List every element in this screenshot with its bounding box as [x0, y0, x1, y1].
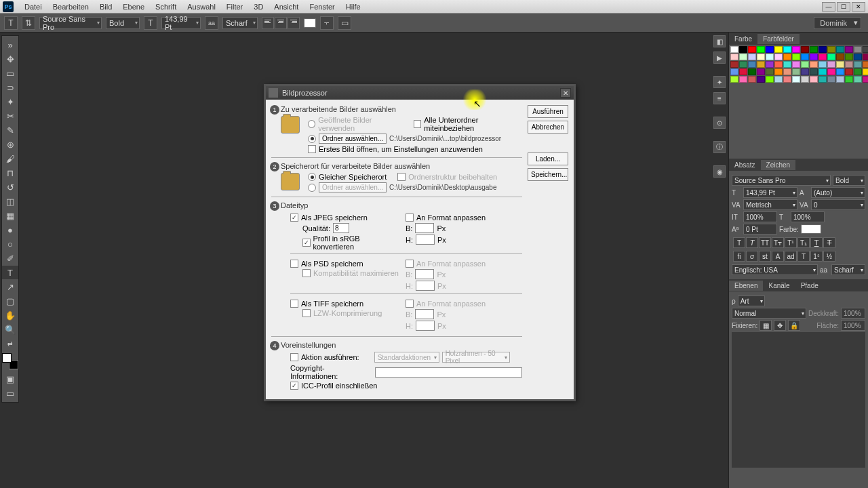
panel-icon-6[interactable]: ⓘ	[713, 141, 726, 153]
swatch[interactable]	[783, 68, 791, 75]
swatch[interactable]	[863, 76, 868, 83]
char-weight-select[interactable]: Bold	[833, 175, 865, 186]
lock-pixels[interactable]: ▦	[760, 320, 772, 331]
pen-tool[interactable]: ✐	[2, 251, 18, 265]
swatch[interactable]	[845, 76, 853, 83]
swatch[interactable]	[836, 76, 844, 83]
dodge-tool[interactable]: ○	[2, 237, 18, 251]
swatch[interactable]	[748, 61, 756, 68]
swatch[interactable]	[730, 68, 738, 75]
tab-swatches[interactable]: Farbfelder	[757, 34, 800, 44]
brush-tool[interactable]: 🖌	[2, 152, 18, 165]
panel-icon-1[interactable]: ◧	[713, 35, 726, 47]
select-dest-radio[interactable]	[308, 184, 316, 192]
orientation-icon[interactable]: ⇅	[22, 16, 35, 30]
swatch[interactable]	[730, 54, 738, 60]
include-sub-check[interactable]	[414, 120, 421, 128]
swatch[interactable]	[783, 61, 791, 68]
swatch[interactable]	[827, 54, 835, 60]
swatch[interactable]	[757, 76, 765, 83]
swatch[interactable]	[810, 54, 818, 60]
swatch[interactable]	[854, 68, 862, 75]
collapse-icon[interactable]: »	[2, 38, 18, 52]
save-tiff-check[interactable]	[290, 300, 298, 308]
keep-struct-check[interactable]	[397, 173, 406, 181]
char-hscale-input[interactable]: 100%	[791, 211, 825, 222]
char-lang-select[interactable]: Englisch: USA	[732, 264, 818, 275]
swatch[interactable]	[810, 46, 818, 53]
align-right-button[interactable]	[288, 17, 300, 29]
swatch[interactable]	[757, 68, 765, 75]
menu-datei[interactable]: Datei	[19, 1, 47, 12]
swatch[interactable]	[836, 54, 844, 60]
opentype-ad[interactable]: ad	[785, 251, 797, 262]
crop-tool[interactable]: ✂	[2, 109, 18, 123]
select-folder-button-1[interactable]: Ordner auswählen...	[319, 134, 387, 144]
swatch[interactable]	[827, 46, 835, 53]
swatch[interactable]	[766, 46, 774, 53]
swatch[interactable]	[757, 61, 765, 68]
quality-input[interactable]	[333, 223, 349, 233]
menu-filter[interactable]: Filter	[221, 1, 248, 12]
swatch[interactable]	[801, 54, 809, 60]
swatch[interactable]	[801, 68, 809, 75]
swatch[interactable]	[739, 76, 747, 83]
opentype-1st[interactable]: 1ˢ	[810, 251, 823, 262]
swatch[interactable]	[748, 76, 756, 83]
lzw-check[interactable]	[302, 309, 311, 317]
select-folder-radio[interactable]	[308, 135, 316, 143]
action-select[interactable]: Holzrahmen - 50 Pixel	[442, 352, 510, 363]
char-leading-select[interactable]: (Auto)	[811, 187, 865, 198]
swatch[interactable]	[818, 54, 827, 60]
panel-icon-7[interactable]: ◉	[713, 165, 726, 178]
swatch[interactable]	[863, 54, 868, 60]
smallcaps-btn[interactable]: Tᴛ	[772, 237, 784, 248]
warp-text-icon[interactable]: ⫟	[320, 16, 334, 30]
swatch[interactable]	[774, 54, 783, 60]
swatch[interactable]	[757, 54, 765, 60]
workspace-select[interactable]: Dominik	[814, 17, 861, 29]
cancel-button[interactable]: Abbrechen	[528, 121, 568, 134]
align-left-button[interactable]	[262, 17, 274, 29]
swatch[interactable]	[818, 46, 827, 53]
swatch[interactable]	[818, 61, 827, 68]
swatch[interactable]	[774, 68, 783, 75]
swatch[interactable]	[827, 68, 835, 75]
swatch[interactable]	[730, 46, 738, 53]
dialog-close-button[interactable]: ✕	[560, 88, 571, 98]
swatch[interactable]	[783, 76, 791, 83]
char-kerning-select[interactable]: Metrisch	[743, 199, 797, 210]
swatch[interactable]	[739, 54, 747, 60]
swatch[interactable]	[792, 61, 800, 68]
char-baseline-input[interactable]: 0 Pt	[743, 224, 777, 235]
opentype-st[interactable]: st	[759, 251, 771, 262]
swatch[interactable]	[783, 54, 791, 60]
swatch[interactable]	[827, 61, 835, 68]
swatch[interactable]	[854, 46, 862, 53]
swatch[interactable]	[748, 68, 756, 75]
antialias-select[interactable]: Scharf	[222, 17, 258, 29]
char-vscale-input[interactable]: 100%	[743, 211, 777, 222]
swatch[interactable]	[836, 68, 844, 75]
swatch[interactable]	[845, 68, 853, 75]
font-size-select[interactable]: 143,99 Pt	[161, 17, 201, 29]
swatch[interactable]	[792, 76, 800, 83]
run-button[interactable]: Ausführen	[528, 105, 568, 118]
opentype-sigma[interactable]: σ	[746, 251, 758, 262]
swatch[interactable]	[748, 46, 756, 53]
opentype-fi[interactable]: fi	[733, 251, 745, 262]
menu-fenster[interactable]: Fenster	[304, 1, 340, 12]
copyright-input[interactable]	[375, 367, 522, 378]
menu-bild[interactable]: Bild	[94, 1, 117, 12]
menu-3d[interactable]: 3D	[248, 1, 269, 12]
folder-icon-2[interactable]	[281, 173, 300, 190]
folder-icon-1[interactable]	[281, 116, 300, 134]
menu-schrift[interactable]: Schrift	[150, 1, 182, 12]
tab-channels[interactable]: Kanäle	[763, 281, 795, 291]
layer-kind-select[interactable]: Art	[738, 296, 765, 306]
swatch[interactable]	[854, 76, 862, 83]
zoom-tool[interactable]: 🔍	[2, 323, 18, 336]
shape-tool[interactable]: ▢	[2, 294, 18, 308]
char-tracking-select[interactable]: 0	[811, 199, 865, 210]
swatch[interactable]	[792, 68, 800, 75]
